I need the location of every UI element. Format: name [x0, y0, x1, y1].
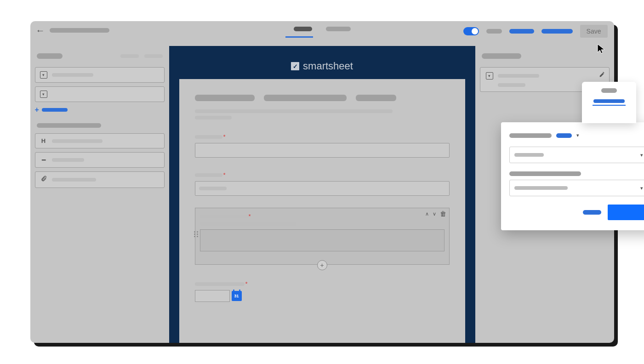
- header-tabs: [294, 27, 351, 31]
- popover-cancel-button[interactable]: [583, 210, 601, 215]
- dropdown-icon: ▾: [40, 91, 47, 98]
- back-arrow-icon[interactable]: ←: [36, 25, 45, 36]
- element-attachment-label: [52, 178, 96, 182]
- sidebar-left-heading: [35, 51, 165, 61]
- brand-check-icon: [291, 62, 299, 70]
- tab-underline: [285, 36, 313, 38]
- pencil-icon[interactable]: [599, 71, 605, 80]
- popover-select-1-value: [514, 153, 544, 157]
- popover-condition-value[interactable]: [556, 133, 572, 138]
- trash-icon[interactable]: 🗑: [440, 210, 446, 217]
- sidebar-action-2[interactable]: [144, 54, 163, 58]
- rule-line1: [498, 74, 539, 78]
- move-up-icon[interactable]: ∧: [425, 211, 429, 217]
- drag-handle-icon[interactable]: [194, 231, 199, 237]
- popover-tab-label: [601, 88, 617, 93]
- add-field-label: [42, 108, 68, 112]
- heading-icon: H: [40, 137, 47, 144]
- calendar-icon[interactable]: 31: [232, 291, 242, 301]
- divider-icon: ━: [40, 156, 47, 164]
- form-field-3-selected[interactable]: ∧ ∨ 🗑 * +: [195, 208, 450, 265]
- toggle-label: [486, 29, 502, 34]
- form-desc-line1: [195, 109, 393, 113]
- sidebar-right-title: [482, 53, 521, 59]
- form-field-2: *: [195, 171, 450, 196]
- popover-select-1[interactable]: ▾: [509, 147, 644, 163]
- sidebar-right-heading: [480, 51, 610, 61]
- brand-text: smartsheet: [303, 60, 353, 72]
- form-field-3-label: [200, 215, 248, 218]
- form-field-1-label: [195, 135, 222, 139]
- plus-icon: +: [35, 106, 39, 114]
- tab-settings[interactable]: [326, 27, 351, 31]
- save-button[interactable]: Save: [580, 25, 608, 38]
- form-canvas: smartsheet *: [169, 46, 475, 343]
- dropdown-icon: ▾: [486, 72, 493, 80]
- chevron-down-icon[interactable]: ▾: [576, 132, 579, 138]
- form-field-3-help: [200, 222, 296, 226]
- popover-link-label: [593, 99, 625, 103]
- popover-label-2: [509, 171, 581, 176]
- form-field-4: * 31: [195, 280, 450, 302]
- field-item-1-label: [52, 73, 93, 77]
- element-divider-label: [52, 158, 84, 162]
- brand-logo: smartsheet: [291, 53, 353, 79]
- sidebar-left-title: [37, 53, 63, 59]
- add-option-button[interactable]: +: [317, 260, 327, 270]
- popover-footer: [509, 205, 644, 220]
- required-star-icon: *: [223, 171, 226, 178]
- popover-confirm-button[interactable]: [608, 205, 644, 220]
- date-input[interactable]: [195, 290, 230, 302]
- form-field-1: *: [195, 133, 450, 158]
- sidebar-action-1[interactable]: [120, 54, 139, 58]
- popover-tab-link[interactable]: [593, 99, 626, 106]
- required-star-icon: *: [223, 133, 226, 140]
- popover-select-2[interactable]: ▾: [509, 180, 644, 196]
- paperclip-icon: [40, 176, 47, 184]
- element-divider[interactable]: ━: [35, 152, 165, 168]
- sidebar-left: ▾ ▾ + H ━: [30, 46, 169, 343]
- field-item-2[interactable]: ▾: [35, 86, 165, 102]
- form-panel: * * ∧ ∨ 🗑: [179, 79, 465, 343]
- form-title-1: [195, 95, 255, 101]
- required-star-icon: *: [249, 213, 251, 220]
- popover-condition-prefix: [509, 133, 552, 138]
- popover-condition-row: ▾: [509, 132, 644, 138]
- form-field-2-label: [195, 173, 222, 177]
- add-field-link[interactable]: +: [35, 106, 165, 114]
- form-title-3: [356, 95, 396, 101]
- field-item-1[interactable]: ▾: [35, 67, 165, 83]
- form-field-3-input[interactable]: [200, 229, 445, 251]
- form-desc-line2: [195, 116, 232, 119]
- form-field-2-value: [199, 187, 227, 190]
- element-header[interactable]: H: [35, 133, 165, 148]
- logic-popover: ▾ ▾ ▾: [501, 122, 644, 230]
- chevron-down-icon: ▾: [640, 152, 643, 158]
- element-header-label: [52, 139, 103, 143]
- page-title: [50, 28, 109, 33]
- app-frame: ← Save ▾ ▾: [30, 21, 614, 343]
- form-title-2: [264, 95, 347, 101]
- popover-tab: [582, 82, 636, 123]
- toggle-switch[interactable]: [463, 27, 479, 35]
- tab-build[interactable]: [294, 27, 312, 31]
- rule-line2: [498, 83, 525, 87]
- element-attachment[interactable]: [35, 171, 165, 188]
- header-actions: Save: [463, 25, 608, 38]
- form-field-2-input[interactable]: [195, 181, 450, 196]
- form-field-4-label: [195, 282, 245, 286]
- form-field-1-input[interactable]: [195, 143, 450, 158]
- chevron-down-icon: ▾: [640, 185, 643, 191]
- move-down-icon[interactable]: ∨: [433, 211, 436, 217]
- field-toolbar: ∧ ∨ 🗑: [425, 210, 446, 217]
- dropdown-icon: ▾: [40, 71, 47, 79]
- header-link-2[interactable]: [541, 29, 573, 34]
- header-link-1[interactable]: [509, 29, 534, 34]
- form-elements-label: [37, 123, 101, 128]
- popover-select-2-value: [514, 186, 568, 190]
- required-star-icon: *: [245, 280, 248, 287]
